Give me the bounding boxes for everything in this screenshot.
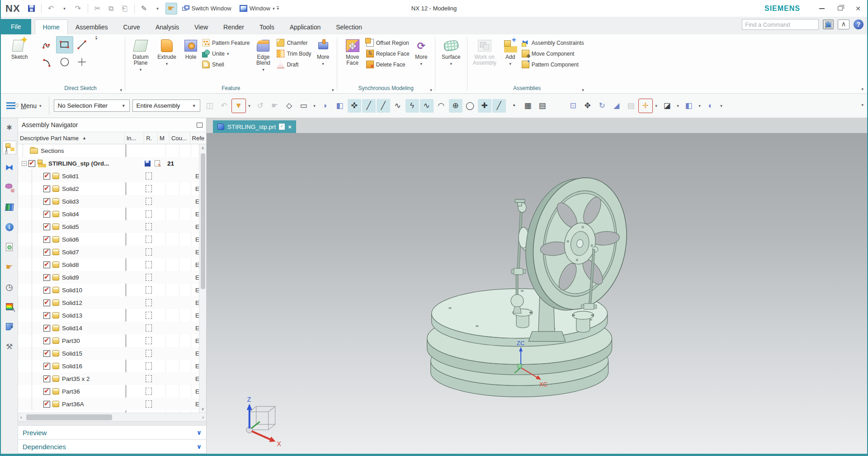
feature-dropdown[interactable]: ▾: [332, 86, 334, 94]
pick-hierarchy-icon[interactable]: ☛: [268, 99, 282, 113]
fit-dropdown[interactable]: ▾: [653, 99, 660, 113]
filter-revert-icon[interactable]: ↶: [217, 99, 231, 113]
column-reference[interactable]: Refe: [190, 132, 206, 144]
checkbox-checked[interactable]: [43, 312, 50, 319]
ribbon-tab[interactable]: View: [187, 20, 216, 34]
dynamic-snap-icon[interactable]: ✜: [348, 99, 361, 113]
point-button[interactable]: [73, 53, 90, 71]
trim-body-button[interactable]: Trim Body: [277, 50, 311, 57]
process-studio-button[interactable]: [3, 300, 16, 314]
select-dropdown[interactable]: ▾: [311, 99, 318, 113]
reuse-library-button[interactable]: [3, 200, 16, 214]
Solid10[interactable]: Solid10 En: [18, 284, 206, 296]
selection-filter-select[interactable]: No Selection Filter▼: [54, 100, 130, 112]
ribbon-tab[interactable]: Tools: [252, 20, 282, 34]
Solid8[interactable]: Solid8 En: [18, 258, 206, 271]
tree-horizontal-scrollbar[interactable]: ‹ ›: [18, 413, 206, 421]
Solid3[interactable]: Solid3 En: [18, 195, 206, 208]
checkbox-checked[interactable]: [43, 287, 50, 294]
snap-scene-icon[interactable]: ◇: [283, 99, 296, 113]
checkbox-checked[interactable]: [43, 388, 50, 395]
navigation-settings-button[interactable]: ✱: [3, 121, 16, 134]
ribbon-tab[interactable]: Home: [35, 19, 68, 34]
arc-center-icon[interactable]: ◠: [434, 99, 448, 113]
checkbox-checked[interactable]: [43, 185, 50, 192]
system-tools-button[interactable]: ⚒: [3, 340, 16, 353]
find-command-input[interactable]: [745, 21, 825, 28]
rotate-view-icon[interactable]: ↻: [595, 99, 609, 113]
checkbox-checked[interactable]: [43, 274, 50, 281]
pen-dropdown[interactable]: ▾: [152, 3, 164, 14]
tree-row-root[interactable]: − STIRLING_stp (Ord... 21: [18, 157, 206, 170]
Solid15[interactable]: Solid15 En: [18, 347, 206, 360]
column-count[interactable]: Cou...: [170, 132, 190, 144]
draft-button[interactable]: Draft: [277, 61, 311, 68]
Part35 x 2[interactable]: Part35 x 2 En: [18, 372, 206, 385]
fit-view-icon[interactable]: ✛: [639, 99, 652, 113]
copy-button[interactable]: ⧉: [105, 3, 117, 14]
move-face-button[interactable]: Move Face: [340, 36, 365, 66]
extrude-button[interactable]: Extrude▾: [154, 36, 179, 67]
assemblies-dropdown[interactable]: ▾: [582, 86, 584, 94]
direct-sketch-gallery-more[interactable]: ▾: [91, 36, 101, 40]
render-style-icon[interactable]: ◪: [660, 99, 674, 113]
assembly-constraints-button[interactable]: Assembly Constraints: [522, 39, 584, 47]
selection-scope-select[interactable]: Entire Assembly▼: [132, 100, 200, 112]
checkbox-checked[interactable]: [43, 363, 50, 370]
checkbox-checked[interactable]: [43, 337, 50, 344]
checkbox-checked[interactable]: [43, 261, 50, 268]
checkbox-checked[interactable]: [43, 173, 50, 180]
scroll-up-arrow[interactable]: ∧: [201, 144, 204, 152]
close-tab-icon[interactable]: ×: [288, 124, 292, 130]
feature-more-button[interactable]: More▾: [312, 36, 334, 67]
datum-plane-button[interactable]: Datum Plane▾: [128, 36, 153, 73]
hd3d-tools-button[interactable]: i: [3, 220, 16, 234]
Solid7[interactable]: Solid7 En: [18, 246, 206, 258]
mid-point-icon[interactable]: ╱: [377, 99, 390, 113]
history-button[interactable]: ◷: [3, 280, 16, 294]
undo-dropdown[interactable]: ▾: [59, 3, 71, 14]
grid-snap-icon[interactable]: ▦: [521, 99, 535, 113]
offset-region-button[interactable]: Offset Region: [366, 39, 410, 47]
end-point-icon[interactable]: ╱: [362, 99, 376, 113]
pattern-feature-button[interactable]: Pattern Feature: [202, 39, 250, 47]
reset-filter-icon[interactable]: ↺: [254, 99, 267, 113]
undock-panel-button[interactable]: [197, 123, 203, 128]
cut-button[interactable]: ✂: [92, 3, 104, 14]
checkbox-checked[interactable]: [43, 223, 50, 230]
Part36A[interactable]: Part36A En: [18, 398, 206, 410]
Solid12[interactable]: Solid12 En: [18, 296, 206, 309]
Solid2[interactable]: Solid2 En: [18, 182, 206, 195]
manufacturing-wizard-button[interactable]: [3, 320, 16, 333]
ribbon-overflow[interactable]: ▾: [861, 87, 867, 93]
lattice-icon[interactable]: ▤: [536, 99, 549, 113]
ribbon-tab[interactable]: Assemblies: [68, 20, 116, 34]
minimize-ribbon-button[interactable]: ∧: [838, 19, 849, 29]
touch-mode-button[interactable]: ☛: [3, 260, 16, 274]
orient-dropdown[interactable]: ▾: [697, 99, 703, 113]
find-command-box[interactable]: [742, 19, 819, 30]
Solid16[interactable]: Solid16 En: [18, 360, 206, 372]
minimize-button[interactable]: [813, 2, 831, 15]
window-menu-button[interactable]: Window ▾ ▾: [236, 2, 282, 15]
checkbox-checked[interactable]: [43, 325, 50, 332]
assembly-navigator-button[interactable]: [3, 141, 16, 154]
model-canvas[interactable]: ZC XC Z: [207, 133, 867, 454]
part-navigator-button[interactable]: [3, 180, 16, 194]
scroll-thumb[interactable]: [201, 153, 205, 289]
Solid4[interactable]: Solid4 En: [18, 208, 206, 220]
Part36[interactable]: Part36 En: [18, 385, 206, 398]
point-on-line-icon[interactable]: ╱: [492, 99, 506, 113]
sketch-button[interactable]: ✦ Sketch: [5, 36, 33, 60]
Part30[interactable]: Part30 En: [18, 334, 206, 347]
datum-box-icon[interactable]: ◧: [333, 99, 347, 113]
show-hide-icon[interactable]: ▤: [624, 99, 638, 113]
save-button[interactable]: [26, 3, 38, 14]
checkbox-checked[interactable]: [43, 375, 50, 382]
move-component-button[interactable]: Move Component: [522, 50, 584, 57]
paste-button[interactable]: ⎗: [119, 3, 131, 14]
ribbon-tab[interactable]: Analysis: [148, 20, 187, 34]
toolbar-overflow[interactable]: ▾: [861, 103, 863, 107]
funnel-dropdown[interactable]: ▾: [246, 99, 253, 113]
web-browser-button[interactable]: [3, 240, 16, 254]
